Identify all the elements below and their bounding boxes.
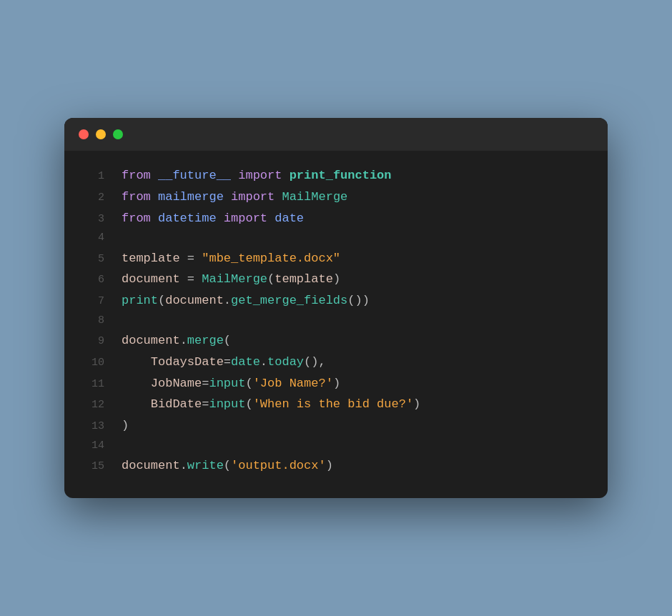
token-fn: write bbox=[187, 459, 224, 472]
token-paren: ( bbox=[224, 459, 231, 472]
code-line: 11 JobName=input('Job Name?') bbox=[79, 373, 593, 394]
close-button[interactable] bbox=[79, 129, 89, 139]
token-paren: ) bbox=[333, 377, 340, 390]
token-paren: ) bbox=[122, 419, 129, 432]
token-var: document bbox=[165, 294, 224, 307]
token-plain: . bbox=[180, 459, 187, 472]
token-param: BidDate bbox=[151, 397, 202, 411]
code-line: 10 TodaysDate=date.today(), bbox=[79, 352, 593, 373]
token-fn: MailMerge bbox=[282, 190, 347, 204]
token-mod: mailmerge bbox=[158, 190, 224, 204]
token-kw: from bbox=[122, 190, 151, 204]
token-op: = bbox=[202, 397, 209, 411]
token-fn: date bbox=[231, 355, 260, 369]
token-plain: . bbox=[260, 355, 267, 369]
token-plain bbox=[275, 190, 282, 204]
code-editor: 1from __future__ import print_function2f… bbox=[64, 151, 608, 498]
line-number: 7 bbox=[79, 292, 104, 311]
token-indent bbox=[122, 355, 151, 369]
line-content: document.merge( bbox=[122, 330, 231, 352]
line-content: JobName=input('Job Name?') bbox=[122, 373, 340, 394]
token-op: = bbox=[202, 377, 209, 390]
line-number: 13 bbox=[79, 417, 104, 436]
line-content: from datetime import date bbox=[122, 208, 304, 229]
line-content: TodaysDate=date.today(), bbox=[122, 352, 326, 373]
line-number: 2 bbox=[79, 189, 104, 207]
token-paren: ) bbox=[413, 397, 420, 411]
token-plain bbox=[180, 272, 187, 286]
token-param: TodaysDate bbox=[151, 355, 224, 369]
token-fn: today bbox=[267, 355, 304, 369]
token-plain bbox=[217, 212, 224, 225]
line-content: document.write('output.docx') bbox=[122, 455, 333, 477]
token-plain bbox=[151, 190, 158, 204]
code-line: 15document.write('output.docx') bbox=[79, 455, 593, 477]
token-fn: MailMerge bbox=[202, 272, 267, 286]
token-indent bbox=[122, 377, 151, 390]
code-line: 7print(document.get_merge_fields()) bbox=[79, 290, 593, 312]
token-mod: datetime bbox=[158, 212, 217, 225]
token-str: "mbe_template.docx" bbox=[202, 252, 340, 265]
token-op: = bbox=[187, 272, 194, 286]
token-kw: import bbox=[224, 212, 267, 225]
line-content: from __future__ import print_function bbox=[122, 165, 392, 187]
token-op: = bbox=[187, 252, 194, 265]
token-plain bbox=[180, 252, 187, 265]
token-kw: from bbox=[122, 212, 151, 225]
code-line: 4 bbox=[79, 229, 593, 247]
token-kw: import bbox=[238, 169, 282, 182]
token-paren: ( bbox=[224, 334, 231, 347]
token-paren: ( bbox=[245, 397, 252, 411]
token-str: 'When is the bid due?' bbox=[253, 397, 413, 411]
token-var: document bbox=[122, 334, 180, 347]
token-plain bbox=[224, 190, 231, 204]
token-paren: ( bbox=[245, 377, 252, 390]
token-fn: print_function bbox=[290, 169, 392, 182]
token-plain bbox=[151, 212, 158, 225]
token-var: document bbox=[122, 459, 180, 472]
token-plain bbox=[267, 212, 275, 225]
line-number: 5 bbox=[79, 250, 104, 269]
code-line: 9document.merge( bbox=[79, 330, 593, 352]
token-var: document bbox=[122, 272, 180, 286]
token-plain: . bbox=[224, 294, 231, 307]
code-line: 6document = MailMerge(template) bbox=[79, 269, 593, 290]
line-content: from mailmerge import MailMerge bbox=[122, 187, 347, 208]
token-mod: date bbox=[275, 212, 304, 225]
line-number: 6 bbox=[79, 271, 104, 289]
token-fn: merge bbox=[187, 334, 224, 347]
code-line: 5template = "mbe_template.docx" bbox=[79, 248, 593, 269]
line-content: template = "mbe_template.docx" bbox=[122, 248, 340, 269]
token-var: template bbox=[275, 272, 333, 286]
token-indent bbox=[122, 397, 151, 411]
minimize-button[interactable] bbox=[96, 129, 106, 139]
token-fn: input bbox=[209, 397, 245, 411]
line-number: 14 bbox=[79, 437, 104, 455]
line-content: ) bbox=[122, 415, 129, 437]
line-content: document = MailMerge(template) bbox=[122, 269, 340, 290]
token-kw: from bbox=[122, 169, 151, 182]
titlebar bbox=[64, 118, 608, 151]
token-kw: import bbox=[231, 190, 275, 204]
line-number: 11 bbox=[79, 375, 104, 394]
token-paren: ) bbox=[362, 294, 370, 307]
token-str: 'Job Name?' bbox=[253, 377, 333, 390]
token-paren: () bbox=[304, 355, 318, 369]
line-number: 8 bbox=[79, 312, 104, 330]
token-param: JobName bbox=[151, 377, 202, 390]
code-line: 14 bbox=[79, 437, 593, 455]
line-content: BidDate=input('When is the bid due?') bbox=[122, 394, 420, 415]
token-str: 'output.docx' bbox=[231, 459, 326, 472]
token-op: = bbox=[224, 355, 231, 369]
line-number: 9 bbox=[79, 332, 104, 351]
token-plain: , bbox=[318, 355, 325, 369]
maximize-button[interactable] bbox=[113, 129, 123, 139]
token-fn: input bbox=[209, 377, 245, 390]
token-plain bbox=[151, 169, 158, 182]
code-line: 8 bbox=[79, 312, 593, 330]
token-paren: ( bbox=[158, 294, 165, 307]
token-plain bbox=[231, 169, 238, 182]
code-line: 12 BidDate=input('When is the bid due?') bbox=[79, 394, 593, 415]
token-fn: get_merge_fields bbox=[231, 294, 347, 307]
line-number: 1 bbox=[79, 167, 104, 186]
